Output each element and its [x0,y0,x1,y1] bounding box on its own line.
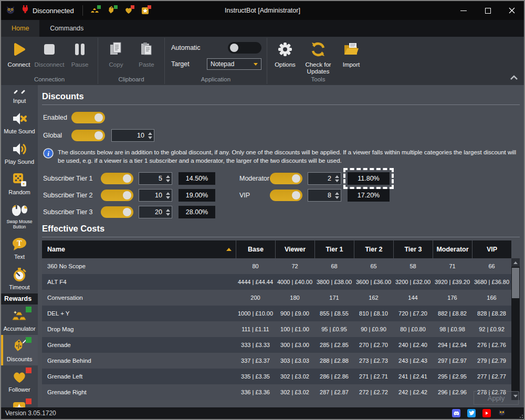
paste-button[interactable]: Paste [132,40,161,68]
vip-toggle[interactable] [270,190,302,201]
sidebar-item-timeout[interactable]: Timeout [1,263,38,293]
column-header-tier1[interactable]: Tier 1 [314,240,354,258]
spin-down-icon[interactable] [166,196,170,199]
spin-down-icon[interactable] [166,213,170,216]
sidebar-item-random[interactable]: Random [1,168,38,198]
vip-spinner[interactable]: 8 [308,189,341,202]
tier2-spinner[interactable]: 10 [139,189,172,202]
spin-up-icon[interactable] [166,192,170,195]
moderator-spinner[interactable]: 2 [308,172,341,185]
scroll-up-button[interactable] [511,258,520,267]
spin-up-icon[interactable] [335,192,339,195]
play-icon [10,41,27,60]
disconnect-button[interactable]: Disconnect [35,40,64,68]
global-spinner[interactable]: 10 [111,129,154,142]
row-value: 3920 | £39.20 [433,279,472,285]
tier1-spinner[interactable]: 5 [139,172,172,185]
tier1-toggle[interactable] [101,173,133,184]
sidebar-item-label: Swap Mouse Button [6,219,33,229]
table-row[interactable]: Grenade Left 335 | £3.35 302 | £3.02 286… [42,369,511,384]
apply-button[interactable]: Apply [474,391,519,405]
column-header-vip[interactable]: VIP [472,240,511,258]
sidebar-item-mute-sound[interactable]: Mute Sound [1,107,38,138]
spin-up-icon[interactable] [335,175,339,178]
row-value: 882 | £8.82 [433,310,472,317]
spin-down-icon[interactable] [148,136,152,139]
titlebar-status-icons [90,6,150,15]
row-value: 162 [354,295,393,301]
table-row[interactable]: Drop Mag 111 | £1.11 100 | £1.00 95 | £0… [42,321,511,337]
spin-down-icon[interactable] [166,180,170,182]
sidebar-item-play-sound[interactable]: Play Sound [1,138,38,168]
collapse-ribbon-chevron-icon[interactable] [510,72,518,82]
table-row[interactable]: Grenade 333 | £3.33 300 | £3.00 285 | £2… [42,337,511,353]
check-updates-button[interactable]: Check for Updates [301,40,335,75]
sidebar-item-accumulator[interactable]: Accumulator [1,304,38,335]
table-row[interactable]: Conversation 200 180 171 162 144 176 166 [42,290,511,306]
scrollbar-track[interactable] [511,267,520,392]
table-row[interactable]: ALT F4 4444 | £44.44 4000 | £40.00 3800 … [42,274,511,290]
sidebar-item-follower[interactable]: Follower [1,365,38,396]
column-header-tier3[interactable]: Tier 3 [393,240,433,258]
copy-button[interactable]: Copy [101,40,131,68]
gear-icon [277,41,293,60]
table-row[interactable]: 360 No Scope 80 72 68 65 58 71 66 [42,258,511,274]
row-value: 273 | £2.73 [354,358,393,364]
vip-row: VIP 8 17.20% [239,189,390,202]
spin-down-icon[interactable] [335,180,339,182]
instructbot-logo-icon[interactable] [498,408,506,418]
global-toggle[interactable] [71,130,105,141]
discord-icon[interactable] [452,409,460,417]
target-dropdown[interactable]: Notepad [207,58,261,70]
youtube-icon[interactable] [482,409,491,417]
automatic-toggle[interactable] [228,42,261,54]
moderator-toggle[interactable] [270,173,302,184]
spin-up-icon[interactable] [166,209,170,212]
sidebar-item-discounts[interactable]: Discounts [1,335,38,365]
tab-commands[interactable]: Commands [39,20,94,37]
tier2-toggle[interactable] [101,190,133,201]
close-button[interactable] [500,1,524,20]
minimize-button[interactable] [452,1,476,20]
column-header-tier2[interactable]: Tier 2 [354,240,393,258]
row-name: Grenade Behind [42,358,236,364]
row-value: 241 | £2.41 [393,373,433,380]
pause-label: Pause [71,61,89,68]
table-row[interactable]: Grenade Right 336 | £3.36 302 | £3.02 28… [42,384,511,400]
spin-down-icon[interactable] [335,196,339,199]
column-header-name[interactable]: Name [42,240,236,258]
tab-home[interactable]: Home [1,20,39,37]
resize-grip[interactable] [518,413,523,418]
sidebar-item-swap-mouse-button[interactable]: Swap Mouse Button [1,198,38,233]
spin-up-icon[interactable] [166,175,170,178]
twitter-icon[interactable] [467,409,476,417]
import-button[interactable]: Import [337,40,366,68]
row-value: 80 [236,263,275,269]
row-value: 333 | £3.33 [236,342,275,348]
row-name: Grenade [42,342,236,348]
enabled-toggle[interactable] [71,112,105,123]
column-header-base[interactable]: Base [236,240,275,258]
scrollbar-thumb[interactable] [512,268,519,298]
column-header-viewer[interactable]: Viewer [275,240,314,258]
row-value: 240 | £2.40 [393,342,433,348]
sidebar-item-text[interactable]: T Text [1,233,38,263]
connect-button[interactable]: Connect [4,40,34,68]
table-row[interactable]: DEL + Y 1000 | £10.00 900 | £9.00 855 | … [42,306,511,321]
row-value: 300 | £3.00 [275,342,314,348]
pause-button[interactable]: Pause [65,40,94,68]
sidebar-item-input[interactable]: Input [1,85,38,107]
text-bubble-icon: T [11,236,28,252]
table-row[interactable]: Grenade Behind 337 | £3.37 303 | £3.03 2… [42,353,511,369]
table-scrollbar[interactable] [511,258,520,400]
tier3-toggle[interactable] [101,206,133,218]
column-header-moderator[interactable]: Moderator [433,240,472,258]
options-button[interactable]: Options [270,40,300,68]
sidebar-item-subscriber[interactable]: Subscriber [1,396,38,407]
stopwatch-icon [11,267,28,282]
spin-up-icon[interactable] [148,132,152,135]
target-value: Notepad [207,60,254,68]
tier3-spinner[interactable]: 20 [139,206,172,218]
maximize-button[interactable] [476,1,500,20]
row-value: 288 | £2.88 [314,358,354,364]
